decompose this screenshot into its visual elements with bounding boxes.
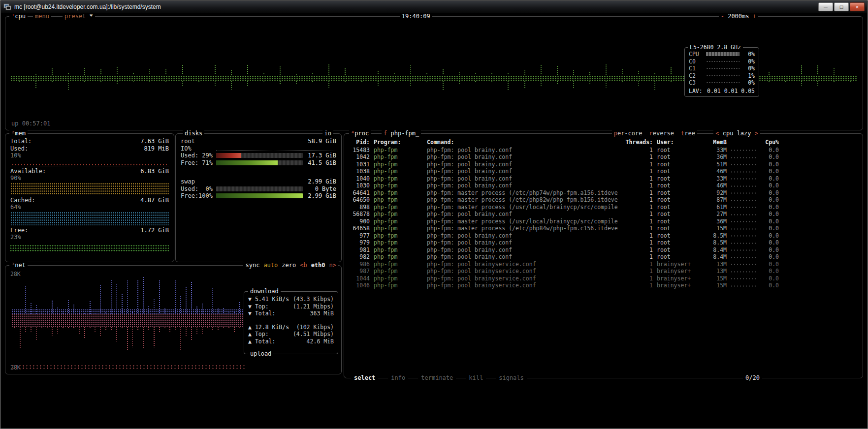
- process-program: php-fpm: [374, 182, 423, 189]
- graph-spike: [131, 327, 134, 347]
- filter-input[interactable]: php-fpm_: [390, 130, 419, 137]
- table-row[interactable]: 981 php-fpm php-fpm: pool brainy.conf 1 …: [344, 246, 863, 254]
- net-next-interface-button[interactable]: n>: [329, 262, 336, 269]
- preset-button[interactable]: preset *: [63, 13, 95, 20]
- net-prev-interface-button[interactable]: <b: [300, 262, 307, 269]
- graph-spike: [589, 71, 591, 75]
- disks-box-title[interactable]: disks: [183, 130, 204, 137]
- signals-button[interactable]: signals: [496, 374, 527, 382]
- table-row[interactable]: 1044 php-fpm php-fpm: pool brainyservice…: [344, 275, 863, 282]
- header-user[interactable]: User:: [657, 139, 700, 146]
- terminate-button[interactable]: terminate: [418, 374, 456, 382]
- mem-used-percent: 10%: [10, 152, 169, 159]
- memory-box-title[interactable]: ²mem: [9, 130, 28, 137]
- minimize-button[interactable]: ─: [818, 2, 833, 11]
- graph-spike: [833, 67, 836, 75]
- process-command: php-fpm: master process (/etc/php84w/php…: [427, 225, 619, 232]
- net-controls: sync auto zero <b eth0 n>: [243, 262, 338, 269]
- table-row[interactable]: 979 php-fpm php-fpm: pool brainy.conf 1 …: [344, 239, 863, 246]
- graph-spike: [279, 66, 282, 75]
- disk-used-value: 17.3 GiB: [306, 152, 336, 159]
- close-button[interactable]: ×: [850, 2, 865, 11]
- process-pid: 15483: [350, 147, 370, 154]
- core-usage-meter: [706, 67, 739, 70]
- cpu-core-row: C2 1%: [689, 72, 755, 80]
- table-row[interactable]: 15483 php-fpm php-fpm: pool brainy.conf …: [344, 147, 863, 154]
- table-row[interactable]: 987 php-fpm php-fpm: pool brainyservice.…: [344, 268, 863, 275]
- process-command: php-fpm: pool brainy.conf: [427, 161, 619, 168]
- graph-spike: [105, 327, 107, 331]
- graph-spike: [228, 327, 230, 328]
- process-mem-graph: [731, 269, 756, 275]
- table-row[interactable]: 1031 php-fpm php-fpm: pool brainy.conf 1…: [344, 161, 863, 168]
- tree-toggle[interactable]: tree: [681, 130, 695, 137]
- core-usage-value: 0%: [742, 58, 755, 65]
- process-pid: 1031: [350, 161, 370, 168]
- process-program: php-fpm: [374, 261, 423, 268]
- header-cpu[interactable]: Cpu%: [760, 139, 779, 146]
- table-row[interactable]: 64658 php-fpm php-fpm: master process (/…: [344, 225, 863, 232]
- per-core-toggle[interactable]: per-core: [614, 130, 643, 137]
- graph-spike: [94, 327, 96, 332]
- header-command[interactable]: Command:: [427, 139, 619, 146]
- swap-used-label: Used: 0%: [181, 185, 213, 193]
- table-row[interactable]: 1040 php-fpm php-fpm: pool brainy.conf 1…: [344, 175, 863, 183]
- title-bar[interactable]: mc [root@ub24.itdeveloper.com.ua]:/lib/s…: [1, 1, 867, 13]
- sort-next-button[interactable]: >: [755, 130, 758, 137]
- net-box-title[interactable]: ³net: [9, 262, 28, 269]
- process-pid: 1040: [350, 175, 370, 183]
- kill-button[interactable]: kill: [466, 374, 486, 382]
- graph-spike: [46, 327, 49, 328]
- process-mem-graph: [731, 161, 756, 168]
- disks-io-toggle[interactable]: io: [322, 130, 333, 137]
- table-row[interactable]: 986 php-fpm php-fpm: pool brainyservice.…: [344, 261, 863, 268]
- proc-box-title[interactable]: ⁴proc: [349, 130, 371, 137]
- net-zero-toggle[interactable]: zero: [282, 262, 296, 269]
- process-command: php-fpm: pool brainy.conf: [427, 232, 619, 240]
- select-button[interactable]: select: [351, 374, 378, 382]
- table-row[interactable]: 1042 php-fpm php-fpm: pool brainy.conf 1…: [344, 153, 863, 161]
- process-filter[interactable]: f php-fpm_: [382, 130, 421, 137]
- core-usage-value: 1%: [742, 72, 755, 80]
- graph-spike: [169, 327, 171, 332]
- net-sync-toggle[interactable]: sync: [245, 262, 259, 269]
- menu-button[interactable]: menu: [33, 13, 51, 20]
- graph-spike: [100, 81, 102, 82]
- network-graph: [11, 274, 247, 370]
- cpu-box-title[interactable]: ¹cpu: [9, 13, 28, 20]
- table-row[interactable]: 900 php-fpm php-fpm: master process (/us…: [344, 218, 863, 225]
- app-window: mc [root@ub24.itdeveloper.com.ua]:/lib/s…: [0, 0, 868, 429]
- header-threads[interactable]: Threads:: [623, 139, 653, 146]
- graph-spike: [377, 70, 380, 75]
- process-cpu: 0.0: [760, 253, 779, 261]
- graph-spike: [182, 81, 184, 87]
- maximize-button[interactable]: □: [834, 2, 849, 11]
- table-row[interactable]: 64650 php-fpm php-fpm: master process (/…: [344, 196, 863, 204]
- upload-total-value: 42.6 MiB: [307, 338, 334, 345]
- process-program: php-fpm: [374, 204, 423, 211]
- cpu-core-row: C1 0%: [689, 65, 755, 72]
- net-auto-toggle[interactable]: auto: [263, 262, 278, 269]
- table-row[interactable]: 1030 php-fpm php-fpm: pool brainy.conf 1…: [344, 182, 863, 189]
- mem-free-row: Free:1.72 GiB: [10, 227, 169, 234]
- header-memgraph-spacer: [731, 139, 756, 146]
- header-program[interactable]: Program:: [374, 139, 423, 146]
- info-button[interactable]: info: [388, 374, 408, 382]
- header-pid[interactable]: Pid:: [350, 139, 370, 146]
- table-row[interactable]: 982 php-fpm php-fpm: pool brainy.conf 1 …: [344, 253, 863, 261]
- sort-prev-button[interactable]: <: [715, 130, 719, 137]
- process-mem: 8.4M: [704, 246, 727, 254]
- table-row[interactable]: 977 php-fpm php-fpm: pool brainy.conf 1 …: [344, 232, 863, 240]
- interval-decrease-button[interactable]: -: [721, 13, 724, 20]
- graph-spike: [84, 81, 86, 82]
- table-row[interactable]: 898 php-fpm php-fpm: master process (/us…: [344, 204, 863, 211]
- process-cpu: 0.0: [760, 282, 779, 289]
- reverse-toggle[interactable]: reverse: [649, 130, 674, 137]
- table-row[interactable]: 1046 php-fpm php-fpm: pool brainyservice…: [344, 282, 863, 289]
- table-row[interactable]: 56878 php-fpm php-fpm: pool brainy.conf …: [344, 211, 863, 218]
- interval-increase-button[interactable]: +: [753, 13, 756, 20]
- table-row[interactable]: 1038 php-fpm php-fpm: pool brainy.conf 1…: [344, 168, 863, 175]
- table-row[interactable]: 64641 php-fpm php-fpm: master process (/…: [344, 189, 863, 197]
- header-mem[interactable]: MemB: [704, 139, 727, 146]
- process-command: php-fpm: pool brainyservice.conf: [427, 261, 619, 268]
